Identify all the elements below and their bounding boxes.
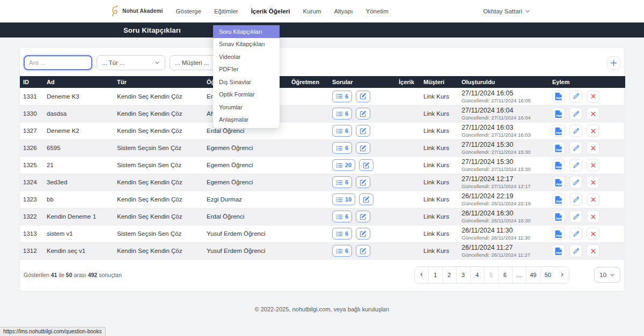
nav-item[interactable]: Eğitimler [214, 8, 238, 14]
questions-count-button[interactable]: 10 [332, 193, 355, 205]
dropdown-item[interactable]: Optik Formlar [213, 88, 280, 101]
delete-button[interactable] [587, 210, 599, 223]
questions-count-button[interactable]: 6 [332, 245, 352, 257]
page-button[interactable]: 49 [526, 267, 541, 283]
delete-button[interactable] [587, 193, 599, 206]
svg-text:PDF: PDF [556, 251, 562, 254]
page-button[interactable]: ... [513, 267, 526, 283]
edit-button[interactable] [569, 244, 582, 257]
user-menu[interactable]: Okhtay Sattari [483, 8, 530, 14]
questions-count-button[interactable]: 6 [332, 211, 352, 222]
edit-button[interactable] [569, 193, 582, 206]
dropdown-item[interactable]: Yorumlar [213, 101, 280, 114]
cell-id: 1313 [20, 225, 43, 242]
dropdown-item[interactable]: Dış Sınavlar [213, 76, 280, 88]
pdf-button[interactable]: PDF [552, 90, 565, 103]
delete-button[interactable] [587, 244, 599, 257]
updated-date: Güncellendi: 26/11/2024 11:30 [462, 235, 547, 241]
questions-count-button[interactable]: 6 [332, 91, 352, 102]
cell-id: 1326 [20, 139, 43, 156]
table-row: 1312 Kendin seç v1 Kendin Seç Kendin Çöz… [20, 242, 625, 259]
cell-name: 3ed3ed [43, 174, 114, 191]
questions-edit-button[interactable] [356, 211, 370, 222]
delete-button[interactable] [587, 90, 599, 103]
pdf-file-icon: PDF [555, 196, 562, 204]
table-row: 1324 3ed3ed Kendin Seç Kendin Çöz Egemen… [20, 174, 625, 191]
questions-edit-button[interactable] [356, 176, 370, 188]
page-button[interactable]: 4 [471, 267, 485, 283]
edit-button[interactable] [569, 176, 582, 189]
dropdown-item[interactable]: Sınav Kitapçıkları [213, 38, 280, 51]
pencil-icon [573, 196, 580, 203]
page-button[interactable]: 6 [499, 267, 513, 283]
questions-edit-button[interactable] [356, 108, 370, 120]
delete-button[interactable] [587, 176, 599, 189]
prev-page-button[interactable] [415, 267, 429, 283]
cell-content [396, 174, 420, 191]
dropdown-item[interactable]: Soru Kitapçıkları [213, 25, 280, 38]
questions-edit-button[interactable] [359, 193, 374, 205]
questions-count-button[interactable]: 6 [332, 228, 352, 240]
questions-count-button[interactable]: 20 [332, 159, 355, 171]
questions-count-button[interactable]: 6 [332, 142, 352, 154]
delete-button[interactable] [587, 159, 599, 171]
edit-button[interactable] [569, 159, 582, 171]
pdf-button[interactable]: PDF [552, 124, 565, 137]
add-button[interactable] [607, 56, 620, 70]
pdf-button[interactable]: PDF [552, 159, 565, 171]
nav-item[interactable]: Gösterge [176, 8, 201, 14]
cell-type: Sistem Seçsin Sen Çöz [114, 225, 203, 242]
dropdown-item[interactable]: Videolar [213, 50, 280, 63]
questions-edit-button[interactable] [356, 125, 370, 137]
questions-edit-button[interactable] [356, 91, 370, 102]
page-button[interactable]: 1 [429, 267, 443, 283]
created-date: 26/11/2024 11:27 [462, 244, 547, 251]
cell-type: Kendin Seç Kendin Çöz [114, 122, 203, 139]
questions-count-button[interactable]: 6 [332, 125, 352, 137]
created-date: 27/11/2024 15:30 [462, 158, 547, 166]
pdf-button[interactable]: PDF [552, 193, 565, 206]
pdf-button[interactable]: PDF [552, 210, 565, 223]
page-button[interactable]: 2 [443, 267, 457, 283]
delete-button[interactable] [587, 124, 599, 137]
pdf-button[interactable]: PDF [552, 244, 565, 257]
questions-edit-button[interactable] [359, 159, 374, 171]
brand-logo[interactable]: Nohut Akademi [110, 5, 163, 18]
edit-button[interactable] [569, 227, 582, 240]
delete-button[interactable] [587, 141, 599, 154]
updated-date: Güncellendi: 27/11/2024 16:03 [462, 132, 547, 138]
pdf-button[interactable]: PDF [552, 141, 565, 154]
nav-item[interactable]: İçerik Öğeleri [251, 8, 290, 14]
search-input[interactable] [24, 55, 92, 70]
nav-item[interactable]: Yönetim [366, 8, 389, 14]
edit-button[interactable] [569, 107, 582, 120]
delete-button[interactable] [587, 227, 599, 240]
chevron-left-icon [419, 272, 424, 277]
pdf-button[interactable]: PDF [552, 176, 565, 189]
edit-button[interactable] [569, 124, 582, 137]
questions-count: 6 [345, 230, 348, 237]
delete-button[interactable] [587, 107, 599, 120]
type-filter-select[interactable]: ... Tür ... [97, 55, 165, 70]
questions-count-button[interactable]: 6 [332, 176, 352, 188]
questions-count-button[interactable]: 6 [332, 108, 352, 120]
page-size-select[interactable]: 10 [594, 267, 620, 283]
page-button[interactable]: 5 [485, 267, 499, 283]
edit-button[interactable] [569, 210, 582, 223]
cell-created: 27/11/2024 16:04 Güncellendi: 27/11/2024… [458, 105, 549, 122]
nav-item[interactable]: Altyapı [334, 8, 353, 14]
edit-button[interactable] [569, 90, 582, 103]
questions-edit-button[interactable] [356, 228, 370, 240]
questions-edit-button[interactable] [356, 245, 370, 257]
dropdown-item[interactable]: Anlaşmalar [213, 114, 280, 126]
questions-edit-button[interactable] [356, 142, 370, 154]
cell-questions: 6 [329, 105, 396, 122]
next-page-button[interactable] [555, 267, 569, 283]
nav-item[interactable]: Kurum [303, 8, 321, 14]
page-button[interactable]: 3 [457, 267, 471, 283]
pdf-button[interactable]: PDF [552, 227, 565, 240]
dropdown-item[interactable]: PDF'ler [213, 63, 280, 76]
edit-button[interactable] [569, 141, 582, 154]
pdf-button[interactable]: PDF [552, 107, 565, 120]
page-button[interactable]: 50 [541, 267, 555, 283]
